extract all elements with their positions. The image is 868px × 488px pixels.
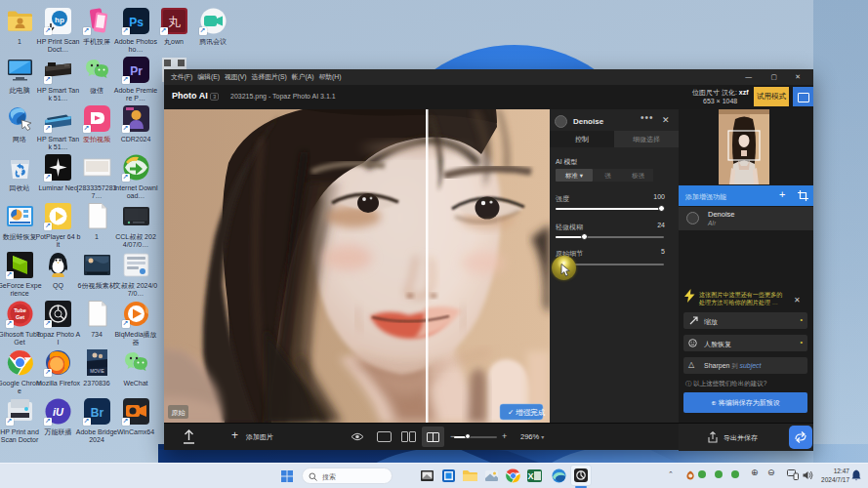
svg-text:原始: 原始 — [172, 409, 186, 417]
svg-text:Br: Br — [90, 406, 103, 420]
svg-text:X: X — [527, 471, 533, 481]
svg-text:hp: hp — [55, 16, 64, 24]
svg-text:Tube: Tube — [14, 307, 26, 313]
svg-text:MOVIE: MOVIE — [90, 369, 104, 374]
svg-text:Ps: Ps — [129, 16, 144, 29]
svg-text:丸: 丸 — [168, 15, 181, 29]
svg-text:Get: Get — [15, 314, 23, 320]
svg-text:iU: iU — [53, 406, 64, 418]
svg-text:Pr: Pr — [130, 64, 143, 78]
svg-text:✓ 增强完成: ✓ 增强完成 — [508, 408, 546, 417]
